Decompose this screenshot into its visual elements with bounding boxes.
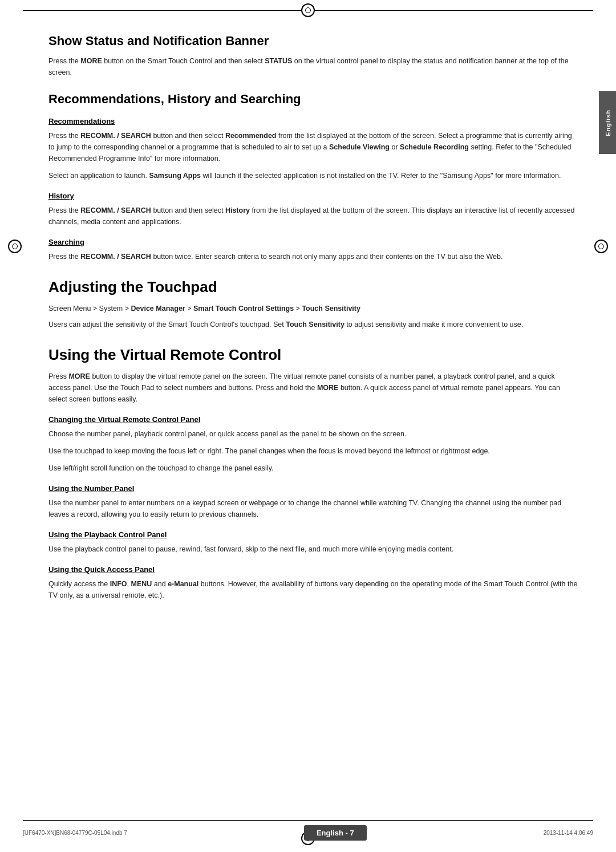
main-content: Show Status and Notification Banner Pres… xyxy=(48,20,579,815)
searching-sub-heading: Searching xyxy=(48,238,579,246)
searching-body: Press the RECOMM. / SEARCH button twice.… xyxy=(48,251,579,262)
history-body: Press the RECOMM. / SEARCH button and th… xyxy=(48,205,579,228)
adjusting-touchpad-body: Users can adjust the sensitivity of the … xyxy=(48,319,579,330)
top-registration-mark xyxy=(301,3,315,17)
recommendations-body2: Select an application to launch. Samsung… xyxy=(48,170,579,181)
quick-access-body: Quickly access the INFO, MENU and e-Manu… xyxy=(48,578,579,601)
footer-right-text: 2013-11-14 4:06:49 xyxy=(544,830,593,836)
left-registration-mark xyxy=(8,240,22,253)
changing-panel-heading: Changing the Virtual Remote Control Pane… xyxy=(48,415,579,424)
footer-left-text: [UF6470-XN]BN68-04779C-05L04.indb 7 xyxy=(23,830,127,836)
number-panel-heading: Using the Number Panel xyxy=(48,484,579,493)
changing-panel-body2: Use the touchpad to keep moving the focu… xyxy=(48,445,579,457)
recommendations-sub-heading: Recommendations xyxy=(48,117,579,125)
show-status-title: Show Status and Notification Banner xyxy=(48,34,579,48)
changing-panel-body3: Use left/right scroll function on the to… xyxy=(48,462,579,474)
page-container: English Show Status and Notification Ban… xyxy=(0,0,616,852)
language-tab: English xyxy=(599,91,616,154)
bottom-border xyxy=(23,820,593,821)
history-sub-heading: History xyxy=(48,192,579,200)
right-registration-mark xyxy=(594,240,608,253)
virtual-remote-title: Using the Virtual Remote Control xyxy=(48,346,579,364)
language-tab-text: English xyxy=(605,109,611,136)
recommendations-title: Recommendations, History and Searching xyxy=(48,92,579,107)
show-status-body: Press the MORE button on the Smart Touch… xyxy=(48,55,579,78)
playback-panel-heading: Using the Playback Control Panel xyxy=(48,530,579,539)
adjusting-touchpad-path: Screen Menu > System > Device Manager > … xyxy=(48,303,579,314)
playback-panel-body: Use the playback control panel to pause,… xyxy=(48,543,579,555)
footer: [UF6470-XN]BN68-04779C-05L04.indb 7 Engl… xyxy=(23,825,593,841)
quick-access-heading: Using the Quick Access Panel xyxy=(48,565,579,574)
number-panel-body: Use the number panel to enter numbers on… xyxy=(48,497,579,520)
recommendations-body1: Press the RECOMM. / SEARCH button and th… xyxy=(48,130,579,164)
footer-page-label: English - 7 xyxy=(304,825,367,841)
changing-panel-body1: Choose the number panel, playback contro… xyxy=(48,428,579,440)
adjusting-touchpad-title: Adjusting the Touchpad xyxy=(48,278,579,296)
virtual-remote-intro: Press MORE button to display the virtual… xyxy=(48,371,579,405)
